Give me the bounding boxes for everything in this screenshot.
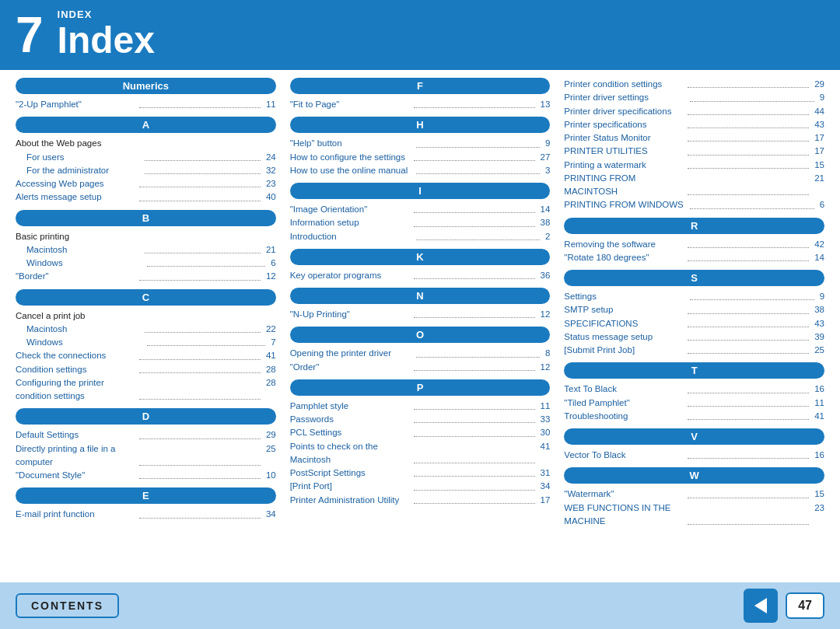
- entry-page: 44: [811, 105, 824, 118]
- index-entry: WEB FUNCTIONS IN THE MACHINE23: [564, 501, 824, 529]
- entry-page: 34: [537, 480, 551, 493]
- entry-label: [Submit Print Job]: [564, 344, 685, 357]
- index-entry: "Help" button9: [290, 137, 551, 150]
- entry-label: Text To Black: [564, 383, 685, 396]
- entry-page: 12: [537, 308, 551, 321]
- entry-page: 14: [811, 251, 824, 264]
- entry-page: 40: [263, 190, 276, 204]
- index-entry: Windows6: [16, 257, 276, 270]
- entry-page: 3: [542, 164, 550, 177]
- entry-label: Passwords: [290, 413, 411, 426]
- contents-button[interactable]: CONTENTS: [16, 593, 119, 618]
- entry-page: 15: [811, 487, 824, 501]
- index-entry: For the administrator32: [16, 164, 276, 177]
- index-entry: How to use the online manual3: [290, 164, 551, 177]
- entry-page: 32: [263, 164, 276, 177]
- entry-page: 8: [542, 347, 550, 360]
- entry-page: 25: [263, 442, 276, 470]
- section-header-s: S: [564, 270, 824, 286]
- entry-label: For the administrator: [26, 164, 142, 177]
- entry-label: Windows: [26, 336, 145, 349]
- section-header-k: K: [290, 249, 551, 265]
- entry-page: 17: [537, 494, 551, 507]
- index-entry: Status message setup39: [564, 330, 824, 344]
- entry-label: "2-Up Pamphlet": [16, 98, 137, 111]
- section-header-d: D: [16, 408, 276, 425]
- entry-label: About the Web pages: [16, 137, 276, 150]
- index-entry: [Submit Print Job]25: [564, 344, 824, 357]
- index-entry: Removing the software42: [564, 238, 824, 251]
- index-entry: "N-Up Printing"12: [290, 308, 551, 321]
- entry-page: 31: [537, 467, 551, 480]
- entry-page: 21: [811, 172, 824, 199]
- section-header-t: T: [564, 362, 824, 379]
- entry-page: 10: [263, 469, 276, 482]
- section-header-r: R: [564, 218, 824, 234]
- entry-label: Information setup: [290, 216, 411, 229]
- entry-label: Points to check on the Macintosh: [290, 440, 411, 467]
- entry-label: Printer specifications: [564, 118, 685, 131]
- section-header-h: H: [290, 117, 551, 133]
- entry-label: Cancel a print job: [16, 309, 276, 323]
- entry-page: 39: [811, 330, 824, 344]
- entry-page: 11: [811, 397, 824, 410]
- section-header-f: F: [290, 78, 551, 94]
- entry-label: "Order": [290, 361, 411, 374]
- entry-label: Macintosh: [26, 243, 142, 257]
- section-header-v: V: [564, 428, 824, 445]
- entry-label: Printer driver specifications: [564, 105, 685, 118]
- index-col-3: Printer condition settings29Printer driv…: [564, 78, 824, 578]
- prev-page-button[interactable]: [744, 589, 778, 623]
- entry-label: Accessing Web pages: [16, 177, 137, 190]
- index-entry: Macintosh22: [16, 323, 276, 336]
- index-entry: "Tiled Pamphlet"11: [564, 397, 824, 410]
- entry-label: Macintosh: [26, 323, 142, 336]
- index-entry: Printer driver specifications44: [564, 105, 824, 118]
- index-entry: Printer condition settings29: [564, 78, 824, 91]
- entry-label: E-mail print function: [16, 508, 137, 521]
- index-entry: "Rotate 180 degrees"14: [564, 251, 824, 264]
- page-footer: CONTENTS 47: [0, 582, 840, 629]
- entry-page: 13: [537, 98, 551, 111]
- entry-label: SPECIFICATIONS: [564, 317, 685, 330]
- entry-page: 43: [811, 317, 824, 330]
- index-entry: Printer Administration Utility17: [290, 494, 551, 507]
- entry-page: 2: [542, 230, 550, 243]
- section-header-e: E: [16, 487, 276, 504]
- entry-label: SMTP setup: [564, 303, 685, 316]
- entry-label: PRINTER UTILITIES: [564, 145, 685, 158]
- index-col-1: Numerics"2-Up Pamphlet"11AAbout the Web …: [16, 78, 276, 578]
- entry-label: "Border": [16, 270, 137, 283]
- entry-label: How to configure the settings: [290, 151, 411, 164]
- entry-page: 11: [537, 400, 551, 413]
- index-entry: "Image Orientation"14: [290, 203, 551, 216]
- entry-page: 22: [263, 323, 276, 336]
- entry-page: 17: [811, 145, 824, 158]
- index-entry: Points to check on the Macintosh41: [290, 440, 551, 467]
- index-entry: Condition settings28: [16, 363, 276, 376]
- entry-page: 34: [263, 508, 276, 521]
- entry-label: Printer Status Monitor: [564, 131, 685, 145]
- index-entry: Accessing Web pages23: [16, 177, 276, 190]
- index-entry: Text To Black16: [564, 383, 824, 396]
- entry-page: 27: [537, 151, 551, 164]
- entry-label: "Help" button: [290, 137, 414, 150]
- entry-page: 15: [811, 159, 824, 172]
- entry-label: Printer Administration Utility: [290, 494, 411, 507]
- index-entry: Cancel a print job: [16, 309, 276, 323]
- page-number: 47: [786, 592, 824, 619]
- entry-label: "Document Style": [16, 469, 137, 482]
- index-entry: Pamphlet style11: [290, 400, 551, 413]
- left-arrow-icon: [750, 595, 772, 617]
- entry-page: 41: [263, 349, 276, 362]
- index-entry: "Order"12: [290, 361, 551, 374]
- index-entry: PRINTING FROM MACINTOSH21: [564, 172, 824, 199]
- entry-label: Printing a watermark: [564, 159, 685, 172]
- index-entry: Check the connections41: [16, 349, 276, 362]
- page-title: Index: [58, 20, 155, 61]
- index-entry: Settings9: [564, 290, 824, 303]
- header-text-block: INDEX Index: [58, 9, 155, 61]
- index-entry: PCL Settings30: [290, 426, 551, 439]
- entry-page: 41: [537, 440, 551, 467]
- entry-page: 9: [817, 290, 824, 303]
